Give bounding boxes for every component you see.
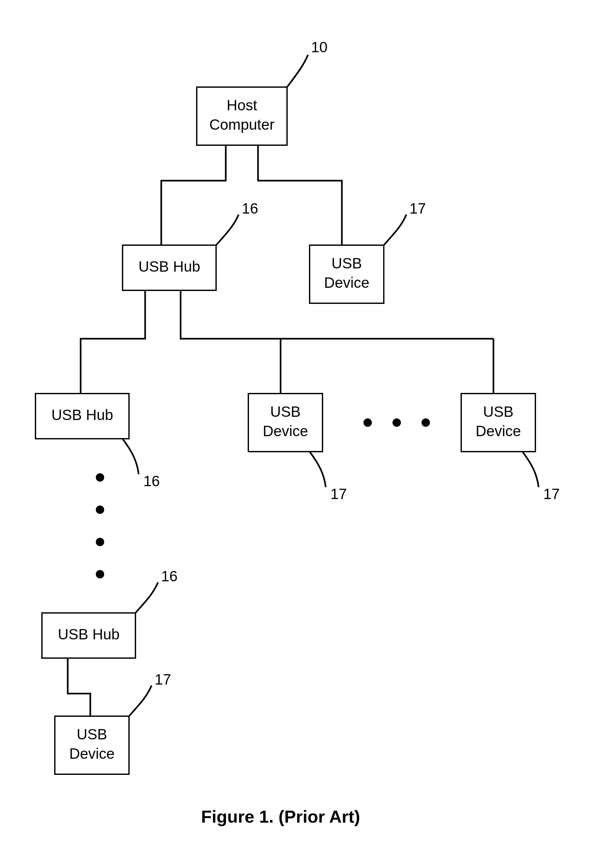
ref-17d: 17	[155, 671, 171, 688]
usb-device-l1-label-2: Device	[324, 274, 370, 291]
ellipsis-v-dot-4	[96, 570, 104, 579]
ellipsis-h-dot-2	[392, 418, 401, 427]
usb-device-l3-label-2: Device	[69, 745, 115, 762]
wire-host-to-device	[258, 145, 342, 245]
ref-lead-16b	[123, 439, 139, 474]
ref-lead-17a	[384, 215, 406, 245]
ref-16c: 16	[161, 568, 177, 585]
ref-16a: 16	[242, 200, 258, 217]
ref-lead-17b	[310, 452, 326, 487]
usb-device-l2a-label-2: Device	[263, 422, 308, 439]
ref-lead-17c	[523, 452, 539, 487]
wire-hub3-to-dev3	[68, 658, 90, 716]
wire-hub-to-hub2	[81, 290, 145, 394]
host-computer-label-2: Computer	[209, 116, 275, 133]
ref-lead-17d	[129, 686, 152, 716]
usb-hub-l3-label: USB Hub	[58, 626, 120, 643]
usb-device-l2b-label-2: Device	[476, 422, 521, 439]
usb-device-l3-label-1: USB	[77, 726, 107, 743]
usb-hub-l2-label: USB Hub	[51, 406, 113, 423]
usb-device-l2a-label-1: USB	[270, 403, 301, 420]
wire-host-to-hub	[161, 145, 226, 245]
usb-topology-diagram: Host Computer 10 USB Hub 16 USB Device 1…	[0, 0, 616, 851]
ref-lead-16a	[216, 215, 239, 245]
host-computer-label-1: Host	[227, 97, 257, 114]
usb-device-l2b-label-1: USB	[483, 403, 514, 420]
ellipsis-h-dot-1	[364, 418, 372, 427]
ref-17a: 17	[409, 200, 426, 217]
ref-17b: 17	[330, 486, 347, 502]
ref-lead-16c	[135, 582, 158, 613]
ellipsis-v-dot-3	[96, 538, 104, 546]
figure-caption: Figure 1. (Prior Art)	[201, 807, 360, 826]
ref-16b: 16	[143, 473, 160, 489]
ellipsis-v-dot-2	[96, 505, 104, 514]
ellipsis-h-dot-3	[422, 418, 430, 427]
ref-lead-10	[287, 55, 308, 87]
usb-device-l1-label-1: USB	[332, 255, 362, 272]
ref-10: 10	[311, 39, 328, 56]
usb-hub-l1-label: USB Hub	[138, 258, 200, 275]
ref-17c: 17	[543, 486, 560, 502]
ellipsis-v-dot-1	[96, 473, 104, 482]
